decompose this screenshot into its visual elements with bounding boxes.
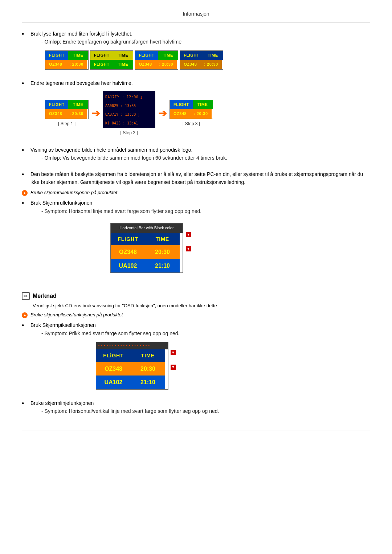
hbar-arrows: ▼ ▼ [186,219,191,256]
note-section: ✏ Merknad Vennligst sjekk CD-ens bruksan… [22,292,370,308]
bullet-item-2: • Endre tegnene med bevegelse hver halvt… [22,79,370,142]
pixel-dots-top: • • • • • • • • • • • • • • • • • • • [96,342,168,349]
bullet-dot-7: • [22,399,29,408]
bullet-dot-4: • [22,170,29,179]
step-diagram: FLIGHT TIME OZ348 : 20:30 [ Step 1 ] ➔ [45,91,370,136]
step3-label: [ Step 3 ] [183,120,200,127]
orange-dot-icon-1 [22,190,28,196]
bullet-dot-6: • [22,321,29,330]
pixel-arrow-2: ▼ [171,365,176,370]
hbar-r3c2: 21:10 [145,259,180,273]
hbar-r1c1: FLIGHT [111,233,145,245]
fd-box4-r1c2: TIME [203,51,223,60]
fd-box-4: FLIGHT TIME OZ348 : 20:30 [180,50,223,70]
step-arrow-1: ➔ [91,106,100,122]
step1-display: FLIGHT TIME OZ348 : 20:30 [45,100,89,119]
fd-box-1: FLIGHT TIME OZ348 : 20:30 [45,50,89,70]
step2-r1b-text: AA0025 : 13:35 [105,103,136,109]
bullet-text-4: Den beste måten å beskytte skjermen fra … [30,171,363,185]
hbar-r2c2: 20:30 [145,245,180,259]
fd-box2-r2c1: FLIGHT [90,60,113,69]
hbar-arrow-1: ▼ [186,232,191,237]
bullet-item-3: • Visning av bevegende bilde i hele områ… [22,146,370,167]
step2-arrow-down1: ↓ [140,93,143,102]
bullet-item-6: • Bruk Skjermpikselfunksjonen - Symptom:… [22,321,370,395]
step3-r2c1: OZ348 [170,109,190,119]
sub-item-7: - Symptom: Horisontal/vertikal linje med… [41,407,370,415]
fd-box2-r1c1: FLIGHT [90,51,113,60]
bullet-item-7: • Bruke skjermlinjefunksjonen - Symptom:… [22,399,370,420]
fd-box3-r1c2: TIME [158,51,178,60]
step2-display: RA17IY : 12:00 ↓ AA0025 : 13:35 UA07IY :… [103,91,155,128]
page-container: Informasjon • Bruk lyse farger med liten… [0,0,392,441]
orange-label-2: Bruke skjermpikselsfunksjonen på produkt… [30,312,123,317]
step2-arrow-down2: ↓ [137,110,140,119]
note-icon: ✏ [22,292,30,300]
fd-box-3: FLIGHT TIME OZ348 : 20:30 [135,50,178,70]
sub-item-5: - Symptom: Horisontal linje med svart fa… [41,207,370,215]
step2-r2-text: UA07IY : 13:30 [105,112,136,118]
fd-box2-r1c2: TIME [113,51,133,60]
fd-box1-r1c2: TIME [68,51,88,60]
orange-dot-item-1: Bruke skjermrullefunksjonen på produktet [22,190,370,196]
fd-box3-r1c1: FLIGHT [135,51,158,60]
header-title: Informasjon [183,11,209,17]
step3-r2c2: : 20:30 [190,109,211,119]
bullet-text-1: Bruk lyse farger med liten forskjell i l… [30,31,132,37]
bullet-text-5: Bruk Skjermrullefunksjonen [30,200,92,206]
fd-box1-r2c2: : 20:30 [66,60,87,69]
hbar-diagram-container: Horizontal Bar with Black color FLIGHT T… [45,219,370,279]
hbar-header: Horizontal Bar with Black color [111,223,183,233]
step3-box: FLIGHT TIME OZ348 : 20:30 [ Step 3 ] [170,100,213,127]
orange-label-1: Bruke skjermrullefunksjonen på produktet [30,190,117,195]
step3-display: FLIGHT TIME OZ348 : 20:30 [170,100,213,119]
pixel-r1c1: FLiGHT [96,349,131,362]
bullet-text-2: Endre tegnene med bevegelse hver halvtim… [30,80,133,86]
fd-box1-r2c1: OZ348 [45,60,66,69]
step2-r1-text: RA17IY : 12:00 [105,94,138,100]
step2-box: RA17IY : 12:00 ↓ AA0025 : 13:35 UA07IY :… [103,91,155,136]
bullet-dot-2: • [22,79,29,88]
fd-box-2: FLIGHT TIME FLIGHT TIME [90,50,134,70]
hbar-arrow-2: ▼ [186,246,191,251]
sub-item-3: - Omløp: Vis bevegende bilde sammen med … [41,154,370,162]
fd-box2-r2c2: TIME [113,60,133,69]
step1-r2c2: : 20:30 [66,109,87,119]
bullet-dot-3: • [22,146,29,155]
step-arrow-2: ➔ [158,106,167,122]
bullet-dot-5: • [22,199,29,208]
step1-r1c2: TIME [68,100,88,110]
step3-r1c1: FLIGHT [170,100,193,110]
pixel-arrow-1: ▼ [171,350,176,355]
page-footer [22,431,370,434]
pixel-r1c2: TIME [131,349,165,362]
note-title: Merknad [33,293,57,299]
orange-dot-item-2: Bruke skjermpikselsfunksjonen på produkt… [22,312,370,318]
step3-r1c2: TIME [193,100,213,110]
fd-box4-r1c1: FLIGHT [180,51,203,60]
hbar-r2c1: OZ348 [111,245,145,259]
step1-r1c1: FLIGHT [45,100,68,110]
note-text: Vennligst sjekk CD-ens bruksanvisning fo… [33,303,370,308]
fd-box4-r2c2: : 20:30 [200,60,221,69]
sub-item-6: - Symptom: Prikk med svart farge som fly… [41,329,370,337]
bullet-dot-1: • [22,30,29,39]
bullet-item-4: • Den beste måten å beskytte skjermen fr… [22,170,370,186]
fd-box3-r2c2: : 20:30 [156,60,177,69]
step1-label: [ Step 1 ] [58,120,75,127]
sub-item-1: - Omløp: Endre tegnfargen og bakgrunnsfa… [41,38,370,46]
diagram-set1: FLIGHT TIME OZ348 : 20:30 FLIGHT TIME [45,50,370,70]
fd-box3-r2c1: OZ348 [135,60,155,69]
fd-box1-r1c1: FLIGHT [45,51,68,60]
step2-label: [ Step 2 ] [120,130,138,136]
orange-dot-icon-2 [22,312,28,318]
pixel-diagram-wrapper: • • • • • • • • • • • • • • • • • • • FL… [96,342,370,390]
step2-r2b-text: KI 0425 : 13:41 [105,120,138,126]
step1-box: FLIGHT TIME OZ348 : 20:30 [ Step 1 ] [45,100,89,127]
fd-box4-r2c1: OZ348 [180,60,200,69]
pixel-r2c2: 20:30 [131,362,165,376]
bullet-text-3: Visning av bevegende bilde i hele område… [30,147,192,153]
hbar-r1c2: TIME [145,233,180,245]
step1-r2c1: OZ348 [45,109,66,119]
pixel-diagram: • • • • • • • • • • • • • • • • • • • FL… [96,342,168,390]
